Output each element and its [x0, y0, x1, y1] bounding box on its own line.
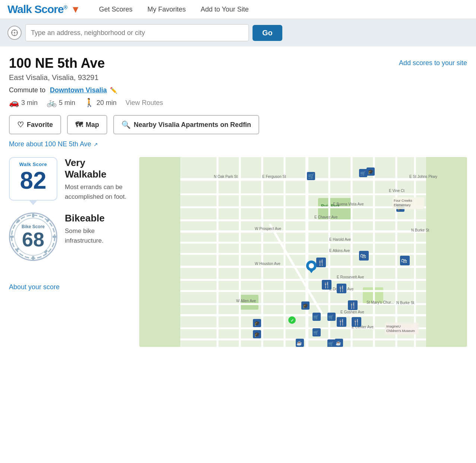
nav-add-to-site[interactable]: Add to Your Site: [201, 6, 249, 13]
commute-label: Commute to: [9, 86, 45, 94]
svg-text:🛍: 🛍: [360, 253, 366, 259]
bike-score-badge: Bike Score 68: [9, 213, 57, 261]
svg-text:N Burke St: N Burke St: [411, 228, 429, 232]
view-routes-link[interactable]: View Routes: [126, 99, 163, 107]
bike-icon: 🚲: [47, 98, 57, 108]
svg-rect-9: [32, 256, 34, 260]
logo-reg: ®: [64, 4, 67, 10]
svg-rect-14: [15, 247, 19, 251]
go-button[interactable]: Go: [253, 25, 282, 41]
gear-ring-svg: [9, 213, 57, 261]
svg-text:N Oak Park St: N Oak Park St: [214, 175, 238, 179]
svg-text:☕: ☕: [336, 340, 341, 346]
svg-text:☕: ☕: [296, 340, 302, 346]
svg-text:🛒: 🛒: [360, 170, 366, 176]
walk-transport: 🚶 20 min: [84, 98, 117, 108]
car-time: 3 min: [21, 99, 38, 107]
svg-text:🛍: 🛍: [401, 258, 407, 264]
edit-icon[interactable]: ✏️: [110, 87, 117, 94]
nav-my-favorites[interactable]: My Favorites: [147, 6, 186, 13]
svg-text:🛒: 🛒: [313, 314, 319, 320]
nearby-button[interactable]: 🔍 Nearby Visalia Apartments on Redfin: [113, 115, 259, 134]
walk-score-number: 82: [20, 169, 46, 192]
svg-text:ImagineU: ImagineU: [386, 325, 401, 328]
logo-text: Walk Score®: [7, 3, 67, 16]
search-input[interactable]: [25, 24, 249, 41]
svg-text:🎓: 🎓: [254, 320, 260, 326]
bike-score-description: Some bike infrastructure.: [65, 226, 128, 245]
about-score-link[interactable]: About your score: [9, 283, 60, 291]
svg-point-1: [14, 32, 15, 33]
address-row: 100 NE 5th Ave Add scores to your site: [9, 55, 467, 71]
map-button[interactable]: 🗺 Map: [67, 115, 107, 134]
address-left: 100 NE 5th Ave: [9, 55, 105, 71]
svg-rect-10: [10, 236, 14, 238]
walk-badge-label: Walk Score: [19, 162, 47, 167]
car-icon: 🚗: [9, 98, 19, 108]
svg-text:E Chavez Ave: E Chavez Ave: [314, 215, 338, 219]
svg-text:🍴: 🍴: [338, 319, 345, 326]
commute-destination-link[interactable]: Downtown Visalia: [50, 86, 107, 94]
walk-time: 20 min: [96, 99, 117, 107]
scores-map-section: Walk Score 82 Very Walkable Most errands…: [9, 157, 467, 347]
svg-text:🎓: 🎓: [302, 303, 309, 309]
search-bar: Go: [0, 19, 476, 47]
bike-score-title: Bikeable: [65, 213, 128, 224]
external-link-icon: ↗: [93, 141, 98, 147]
main-content: 100 NE 5th Ave Add scores to your site E…: [0, 47, 476, 347]
heart-icon: ♡: [17, 120, 24, 129]
bike-time: 5 min: [59, 99, 75, 107]
map-image: Ruiz Park: [139, 157, 467, 347]
svg-text:W Allen Ave: W Allen Ave: [236, 299, 256, 303]
svg-text:🎓: 🎓: [254, 331, 260, 338]
scores-panel: Walk Score 82 Very Walkable Most errands…: [9, 157, 128, 347]
svg-text:🛒: 🛒: [328, 314, 334, 320]
walk-icon: 🚶: [84, 98, 94, 108]
svg-text:Four Creeks: Four Creeks: [394, 199, 412, 202]
svg-text:🛒: 🛒: [308, 173, 315, 179]
map-container[interactable]: Ruiz Park: [139, 157, 467, 347]
bike-transport: 🚲 5 min: [47, 98, 75, 108]
svg-text:Elementary: Elementary: [394, 203, 411, 207]
logo-area: Walk Score® ▼: [7, 3, 80, 16]
walk-score-description: Most errands can be accomplished on foot…: [65, 182, 128, 201]
svg-rect-8: [32, 214, 34, 217]
map-icon: 🗺: [75, 121, 83, 129]
walk-score-row: Walk Score 82 Very Walkable Most errands…: [9, 157, 128, 201]
svg-text:Children's Museum: Children's Museum: [386, 329, 415, 333]
favorite-button[interactable]: ♡ Favorite: [9, 115, 61, 134]
svg-text:🍴: 🍴: [349, 302, 356, 309]
nearby-label: Nearby Visalia Apartments on Redfin: [134, 121, 251, 129]
action-buttons: ♡ Favorite 🗺 Map 🔍 Nearby Visalia Apartm…: [9, 115, 467, 134]
location-icon[interactable]: [7, 26, 22, 40]
svg-text:E St Johns Pkwy: E St Johns Pkwy: [409, 175, 437, 179]
svg-text:🛒: 🛒: [313, 330, 319, 335]
svg-text:E Harold Ave: E Harold Ave: [329, 237, 351, 242]
logo-heart-icon: ▼: [71, 4, 80, 15]
commute-row: Commute to Downtown Visalia ✏️: [9, 86, 467, 94]
svg-text:🍴: 🍴: [353, 319, 360, 326]
svg-rect-13: [44, 249, 48, 253]
car-transport: 🚗 3 min: [9, 98, 38, 108]
svg-point-7: [15, 218, 52, 255]
favorite-label: Favorite: [27, 121, 53, 129]
main-nav: Get Scores My Favorites Add to Your Site: [99, 6, 249, 13]
more-label: More about 100 NE 5th Ave: [9, 140, 91, 148]
svg-text:🍴: 🍴: [317, 259, 325, 266]
address-title: 100 NE 5th Ave: [9, 55, 105, 71]
svg-text:🍴: 🍴: [323, 281, 330, 288]
svg-text:E Ferguson St: E Ferguson St: [262, 175, 286, 179]
svg-text:N Burke St: N Burke St: [396, 301, 415, 305]
svg-text:E Goshen Ave: E Goshen Ave: [340, 310, 364, 314]
svg-text:W Houston Ave: W Houston Ave: [255, 262, 280, 266]
add-scores-link[interactable]: Add scores to your site: [399, 59, 467, 67]
bike-score-info: Bikeable Some bike infrastructure.: [65, 213, 128, 245]
svg-text:St Mary's Chur...: St Mary's Chur...: [366, 300, 394, 304]
more-about-link[interactable]: More about 100 NE 5th Ave ↗: [9, 140, 98, 148]
map-svg: Ruiz Park: [139, 157, 467, 347]
walk-score-info: Very Walkable Most errands can be accomp…: [65, 157, 128, 201]
svg-text:E Atkins Ave: E Atkins Ave: [329, 249, 350, 253]
nav-get-scores[interactable]: Get Scores: [99, 6, 133, 13]
svg-text:E Roosevelt Ave: E Roosevelt Ave: [337, 275, 364, 279]
address-subtitle: East Visalia, Visalia, 93291: [9, 73, 467, 82]
